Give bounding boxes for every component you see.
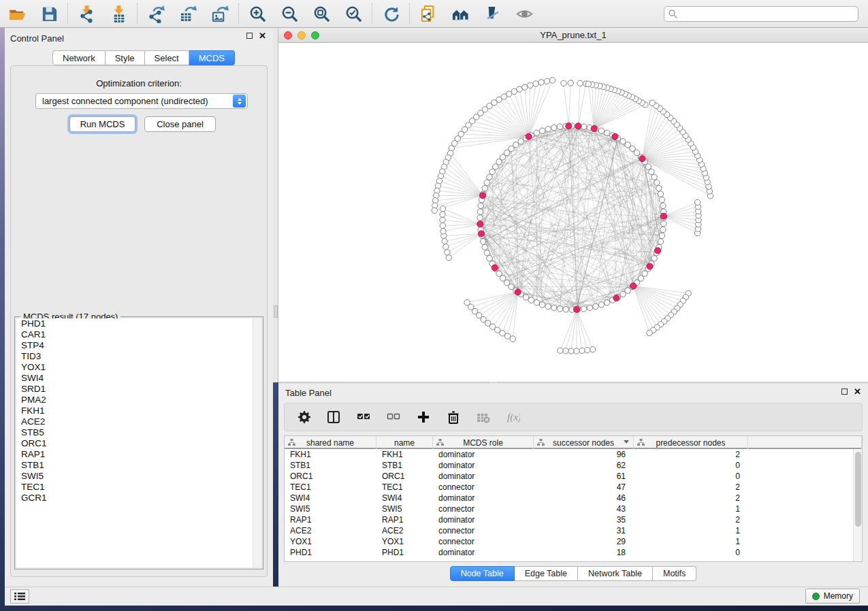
table-row[interactable]: YOX1YOX1connector291 <box>285 536 862 547</box>
cell-name[interactable]: ORC1 <box>376 471 433 482</box>
close-panel-icon[interactable]: ✕ <box>259 33 266 39</box>
cell-MCDS-role[interactable]: dominator <box>433 449 534 460</box>
show-hide-icon[interactable] <box>514 3 534 24</box>
tab-network[interactable]: Network <box>52 50 106 65</box>
table-row[interactable]: SWI5SWI5connector431 <box>285 503 862 514</box>
table-row[interactable]: FKH1FKH1dominator962 <box>285 449 862 460</box>
cell-successor-nodes[interactable]: 96 <box>534 449 634 460</box>
cell-name[interactable]: SWI5 <box>376 503 433 514</box>
network-canvas[interactable] <box>278 43 868 382</box>
cell-successor-nodes[interactable]: 61 <box>534 471 634 482</box>
zoom-fit-icon[interactable] <box>311 3 332 24</box>
cell-predecessor-nodes[interactable]: 0 <box>634 547 748 558</box>
refresh-icon[interactable] <box>381 3 401 24</box>
settings-icon[interactable] <box>295 409 312 425</box>
result-node-item[interactable]: STB1 <box>16 460 261 471</box>
search-box[interactable] <box>664 6 858 22</box>
import-table-icon[interactable] <box>108 3 129 24</box>
close-panel-button[interactable]: Close panel <box>144 116 216 132</box>
result-node-item[interactable]: TID3 <box>16 351 261 362</box>
delete-icon[interactable] <box>445 409 462 425</box>
cell-MCDS-role[interactable]: connector <box>433 503 534 514</box>
select-all-icon[interactable] <box>355 409 372 425</box>
import-network-icon[interactable] <box>76 3 97 24</box>
cell-MCDS-role[interactable]: dominator <box>433 460 534 471</box>
cell-name[interactable]: RAP1 <box>376 514 433 525</box>
cell-MCDS-role[interactable]: dominator <box>433 471 534 482</box>
mcds-result-list[interactable]: PHD1CAR1STP4TID3YOX1SWI4SRD1PMA2FKH1ACE2… <box>16 318 261 567</box>
cell-MCDS-role[interactable]: connector <box>433 482 534 493</box>
table-scrollbar[interactable] <box>853 449 862 561</box>
float-panel-icon[interactable] <box>841 389 848 395</box>
run-mcds-button[interactable]: Run MCDS <box>69 116 135 132</box>
tab-node-table[interactable]: Node Table <box>450 566 515 581</box>
cell-shared-name[interactable]: TEC1 <box>285 482 376 493</box>
cell-successor-nodes[interactable]: 31 <box>534 525 634 536</box>
cell-shared-name[interactable]: RAP1 <box>285 514 376 525</box>
table-row[interactable]: PHD1PHD1dominator180 <box>285 547 862 558</box>
cell-name[interactable]: PHD1 <box>376 547 433 558</box>
cell-shared-name[interactable]: FKH1 <box>285 449 376 460</box>
tab-network-table[interactable]: Network Table <box>578 566 653 581</box>
cell-shared-name[interactable]: ACE2 <box>285 525 376 536</box>
table-row[interactable]: SWI4SWI4dominator462 <box>285 493 862 503</box>
result-node-item[interactable]: ORC1 <box>16 438 261 449</box>
result-node-item[interactable]: FKH1 <box>16 406 261 416</box>
cell-MCDS-role[interactable]: dominator <box>433 547 534 558</box>
tab-mcds[interactable]: MCDS <box>189 50 235 65</box>
cell-MCDS-role[interactable]: connector <box>433 525 534 536</box>
table-row[interactable]: TEC1TEC1connector472 <box>285 482 862 493</box>
cell-shared-name[interactable]: SWI4 <box>285 493 376 503</box>
criterion-select[interactable]: largest connected component (undirected) <box>35 93 248 109</box>
cell-name[interactable]: YOX1 <box>376 536 433 547</box>
column-header-name[interactable]: name <box>376 436 433 449</box>
show-panels-button[interactable] <box>10 589 29 604</box>
cell-shared-name[interactable]: PHD1 <box>285 547 376 558</box>
cell-MCDS-role[interactable]: dominator <box>433 493 534 503</box>
cell-shared-name[interactable]: YOX1 <box>285 536 376 547</box>
cell-predecessor-nodes[interactable]: 1 <box>634 536 748 547</box>
add-icon[interactable] <box>415 409 432 425</box>
cell-name[interactable]: ACE2 <box>376 525 433 536</box>
clone-network-icon[interactable] <box>418 3 438 24</box>
export-table-icon[interactable] <box>178 3 198 24</box>
float-panel-icon[interactable] <box>246 33 253 39</box>
result-node-item[interactable]: PHD1 <box>16 318 261 329</box>
result-node-item[interactable]: CAR1 <box>16 329 261 340</box>
result-node-item[interactable]: ACE2 <box>16 416 261 427</box>
cell-predecessor-nodes[interactable]: 0 <box>634 460 748 471</box>
table-row[interactable]: RAP1RAP1dominator352 <box>285 514 862 525</box>
zoom-in-icon[interactable] <box>247 3 268 24</box>
first-neighbors-icon[interactable] <box>450 3 470 24</box>
cell-successor-nodes[interactable]: 18 <box>534 547 634 558</box>
open-icon[interactable] <box>7 3 27 24</box>
cell-shared-name[interactable]: ORC1 <box>285 471 376 482</box>
cell-successor-nodes[interactable]: 29 <box>534 536 634 547</box>
cell-name[interactable]: SWI4 <box>376 493 433 503</box>
cell-name[interactable]: TEC1 <box>376 482 433 493</box>
column-header-predecessor-nodes[interactable]: predecessor nodes <box>634 436 748 449</box>
close-panel-icon[interactable]: ✕ <box>854 389 861 395</box>
result-node-item[interactable]: RAP1 <box>16 449 261 460</box>
tab-motifs[interactable]: Motifs <box>653 566 696 581</box>
cell-predecessor-nodes[interactable]: 2 <box>634 514 748 525</box>
tab-select[interactable]: Select <box>145 50 189 65</box>
cell-shared-name[interactable]: STB1 <box>285 460 376 471</box>
tab-edge-table[interactable]: Edge Table <box>515 566 578 581</box>
columns-icon[interactable] <box>325 409 342 425</box>
deselect-all-icon[interactable] <box>385 409 402 425</box>
table-row[interactable]: ORC1ORC1dominator610 <box>285 471 862 482</box>
cell-MCDS-role[interactable]: dominator <box>433 514 534 525</box>
cell-successor-nodes[interactable]: 43 <box>534 503 634 514</box>
tab-style[interactable]: Style <box>106 50 145 65</box>
column-header-MCDS-role[interactable]: MCDS role <box>433 436 534 449</box>
cell-predecessor-nodes[interactable]: 1 <box>634 525 748 536</box>
result-scrollbar[interactable] <box>253 318 261 567</box>
cell-name[interactable]: FKH1 <box>376 449 433 460</box>
result-node-item[interactable]: STB5 <box>16 427 261 438</box>
cell-MCDS-role[interactable]: connector <box>433 536 534 547</box>
cell-predecessor-nodes[interactable]: 2 <box>634 482 748 493</box>
cell-predecessor-nodes[interactable]: 0 <box>634 471 748 482</box>
cell-name[interactable]: STB1 <box>376 460 433 471</box>
splitter-grip[interactable] <box>274 306 278 318</box>
